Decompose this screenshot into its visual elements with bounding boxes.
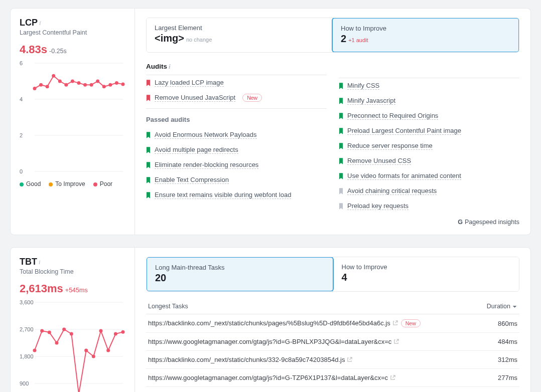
audit-link[interactable]: Eliminate render-blocking resources — [155, 161, 258, 169]
audit-link[interactable]: Preload key requests — [347, 202, 409, 210]
tab-how-to-improve[interactable]: How to Improve 2+1 audit — [332, 18, 519, 53]
svg-point-14 — [96, 80, 99, 83]
task-duration-cell: 277ms — [478, 369, 519, 387]
audit-link[interactable]: Use video formats for animated content — [347, 172, 461, 180]
legend-improve: To Improve — [49, 180, 85, 187]
audit-item: Preload Largest Contentful Paint image — [339, 123, 519, 138]
audit-item: Avoid Enormous Network Payloads — [146, 127, 327, 142]
legend: Good To Improve Poor — [20, 180, 125, 187]
bookmark-icon — [146, 132, 151, 138]
task-url-link[interactable]: https://backlinko.com/_next/static/chunk… — [148, 319, 390, 327]
audit-link[interactable]: Avoid chaining critical requests — [347, 187, 437, 195]
tbt-title: TBT — [20, 257, 37, 267]
col-duration[interactable]: Duration⏷ — [478, 299, 519, 314]
external-link-icon — [392, 320, 398, 326]
svg-point-27 — [55, 341, 59, 345]
audit-link[interactable]: Avoid multiple page redirects — [155, 146, 238, 154]
svg-point-10 — [71, 80, 74, 83]
svg-point-11 — [77, 81, 81, 85]
audit-item: Eliminate render-blocking resources — [146, 157, 327, 172]
legend-good: Good — [20, 180, 41, 187]
audit-link[interactable]: Avoid Enormous Network Payloads — [155, 131, 257, 139]
tab-label: How to Improve — [342, 263, 511, 271]
task-url-link[interactable]: https://backlinko.com/_next/static/chunk… — [148, 356, 345, 363]
tab-how-to-improve[interactable]: How to Improve 4 — [333, 257, 519, 291]
audit-link[interactable]: Lazy loaded LCP image — [155, 79, 224, 87]
task-url-cell: https://backlinko.com/_next/static/chunk… — [146, 314, 478, 333]
task-url-link[interactable]: https://www.googletagmanager.com/gtag/js… — [148, 338, 391, 345]
svg-point-28 — [62, 328, 66, 331]
svg-point-32 — [92, 355, 95, 358]
svg-point-25 — [40, 329, 44, 333]
bookmark-icon — [146, 147, 151, 153]
bookmark-icon — [339, 158, 343, 164]
lcp-card: LCP i Largest Contentful Paint 4.83s-0.2… — [10, 8, 531, 235]
svg-point-4 — [33, 87, 37, 90]
chart-ytick: 0 — [20, 168, 23, 174]
audit-link[interactable]: Remove Unused JavaScript — [155, 94, 235, 102]
tab-largest-element[interactable]: Largest Element <img>no change — [147, 18, 332, 52]
svg-point-8 — [58, 80, 62, 83]
lcp-value: 4.83s-0.25s — [20, 43, 125, 56]
tbt-delta: +545ms — [65, 287, 88, 294]
svg-point-36 — [121, 330, 125, 334]
audit-link[interactable]: Preload Largest Contentful Paint image — [347, 127, 461, 135]
tab-label: Long Main-thread Tasks — [155, 264, 325, 271]
bookmark-icon — [146, 192, 151, 199]
audit-item: Preconnect to Required Origins — [339, 108, 519, 123]
svg-point-6 — [46, 85, 49, 88]
tab-value: 20 — [155, 272, 325, 284]
tab-note: no change — [186, 37, 212, 43]
audits-heading: Auditsi — [146, 63, 327, 71]
pagespeed-link[interactable]: GPagespeed insights — [339, 219, 519, 226]
tbt-sidebar: TBT i Total Blocking Time 2,613ms+545ms … — [11, 248, 135, 392]
svg-point-34 — [106, 349, 110, 352]
audit-link[interactable]: Enable Text Compression — [155, 176, 229, 184]
audit-item: Remove Unused CSS — [339, 153, 519, 168]
audit-link[interactable]: Preconnect to Required Origins — [347, 112, 438, 120]
task-url-cell: https://backlinko.com/_next/static/chunk… — [146, 351, 478, 369]
svg-point-24 — [33, 349, 37, 352]
svg-point-9 — [64, 83, 68, 87]
task-url-link[interactable]: https://www.googletagmanager.com/gtag/js… — [148, 374, 388, 381]
audits-left-col: Auditsi Lazy loaded LCP imageRemove Unus… — [146, 60, 327, 226]
tab-label: How to Improve — [341, 25, 510, 32]
info-icon[interactable]: i — [169, 63, 171, 71]
col-tasks[interactable]: Longest Tasks — [146, 299, 478, 314]
audit-link[interactable]: Minify CSS — [347, 82, 379, 90]
audit-item: Minify Javascript — [339, 93, 519, 108]
bookmark-icon — [146, 177, 151, 183]
svg-point-15 — [102, 85, 106, 88]
audit-link[interactable]: Ensure text remains visible during webfo… — [155, 191, 291, 199]
task-url-cell: https://www.googletagmanager.com/gtag/js… — [146, 387, 478, 393]
lcp-value-num: 4.83s — [20, 43, 47, 56]
chart-svg — [20, 300, 125, 392]
lcp-delta: -0.25s — [49, 48, 67, 55]
audits-container: Auditsi Lazy loaded LCP imageRemove Unus… — [146, 60, 519, 226]
bookmark-icon — [339, 83, 343, 89]
audit-link[interactable]: Minify Javascript — [347, 97, 395, 105]
tab-long-tasks[interactable]: Long Main-thread Tasks 20 — [146, 257, 334, 292]
tbt-tabs: Long Main-thread Tasks 20 How to Improve… — [146, 257, 519, 292]
bookmark-icon — [339, 98, 343, 104]
audit-link[interactable]: Remove Unused CSS — [347, 157, 411, 165]
task-duration-cell: 312ms — [478, 351, 519, 369]
new-badge: New — [401, 319, 421, 327]
info-icon[interactable]: i — [39, 19, 41, 27]
task-duration-cell: 484ms — [478, 333, 519, 351]
audit-item: Enable Text Compression — [146, 172, 327, 187]
lcp-main: Largest Element <img>no change How to Im… — [135, 9, 530, 235]
svg-point-35 — [114, 332, 117, 336]
tbt-main: Long Main-thread Tasks 20 How to Improve… — [135, 248, 530, 392]
svg-point-16 — [108, 83, 112, 87]
svg-point-33 — [99, 329, 103, 333]
info-icon[interactable]: i — [39, 258, 41, 266]
table-row: https://backlinko.com/_next/static/chunk… — [146, 314, 519, 333]
dot-good-icon — [20, 182, 24, 186]
audit-link[interactable]: Reduce server response time — [347, 142, 433, 150]
audit-item: Reduce server response time — [339, 138, 519, 153]
task-url-cell: https://www.googletagmanager.com/gtag/js… — [146, 333, 478, 351]
tab-label: Largest Element — [155, 24, 324, 32]
svg-point-13 — [90, 83, 93, 87]
svg-point-12 — [83, 83, 87, 87]
